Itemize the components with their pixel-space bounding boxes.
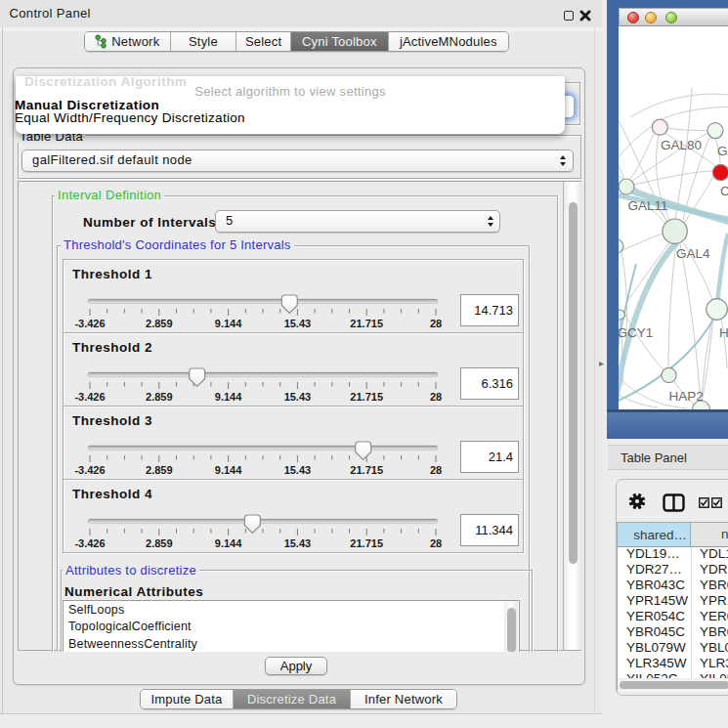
- svg-text:28: 28: [430, 464, 442, 476]
- svg-text:2.859: 2.859: [146, 318, 173, 329]
- svg-text:9.144: 9.144: [215, 464, 242, 476]
- svg-text:9.144: 9.144: [215, 537, 242, 549]
- svg-text:28: 28: [430, 537, 442, 549]
- svg-text:28: 28: [430, 391, 442, 403]
- svg-text:2.859: 2.859: [146, 391, 173, 403]
- svg-text:GA: GA: [717, 144, 728, 158]
- svg-text:GAL4: GAL4: [676, 246, 710, 261]
- svg-text:-3.426: -3.426: [74, 318, 105, 329]
- svg-text:28: 28: [430, 318, 442, 329]
- svg-text:9.144: 9.144: [215, 318, 242, 329]
- svg-text:GCY1: GCY1: [619, 325, 653, 340]
- svg-text:-3.426: -3.426: [74, 537, 105, 549]
- svg-text:-3.426: -3.426: [74, 464, 105, 476]
- svg-text:9.144: 9.144: [215, 391, 242, 403]
- svg-text:15.43: 15.43: [284, 537, 312, 549]
- svg-text:15.43: 15.43: [284, 318, 312, 329]
- svg-text:21.715: 21.715: [350, 537, 383, 549]
- svg-text:2.859: 2.859: [146, 464, 173, 476]
- svg-text:C: C: [720, 184, 728, 198]
- svg-text:H: H: [719, 325, 728, 340]
- svg-text:2.859: 2.859: [146, 537, 173, 549]
- svg-text:GAL11: GAL11: [628, 198, 668, 213]
- svg-text:-3.426: -3.426: [74, 391, 105, 403]
- svg-text:21.715: 21.715: [350, 318, 383, 329]
- svg-text:15.43: 15.43: [284, 391, 312, 403]
- svg-text:21.715: 21.715: [350, 391, 383, 403]
- svg-text:GAL80: GAL80: [661, 138, 702, 152]
- svg-text:21.715: 21.715: [350, 464, 383, 476]
- svg-text:HAP2: HAP2: [669, 389, 704, 404]
- svg-text:15.43: 15.43: [284, 464, 312, 476]
